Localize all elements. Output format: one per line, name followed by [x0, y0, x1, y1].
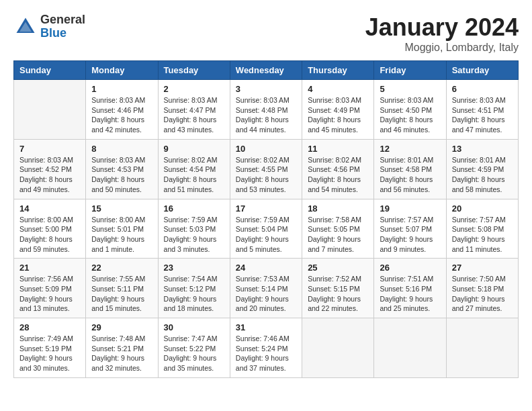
day-info: Sunrise: 7:52 AMSunset: 5:15 PMDaylight:… [308, 274, 368, 314]
week-row-3: 14Sunrise: 8:00 AMSunset: 5:00 PMDayligh… [14, 199, 519, 259]
calendar-cell: 11Sunrise: 8:02 AMSunset: 4:56 PMDayligh… [302, 139, 374, 199]
calendar-cell [302, 318, 374, 378]
day-info: Sunrise: 7:48 AMSunset: 5:21 PMDaylight:… [91, 334, 152, 373]
calendar-cell: 19Sunrise: 7:57 AMSunset: 5:07 PMDayligh… [374, 199, 446, 259]
day-info: Sunrise: 8:02 AMSunset: 4:55 PMDaylight:… [236, 155, 296, 195]
location: Moggio, Lombardy, Italy [365, 42, 519, 54]
logo-text: General Blue [40, 13, 85, 40]
day-info: Sunrise: 7:56 AMSunset: 5:09 PMDaylight:… [19, 274, 80, 314]
day-info: Sunrise: 7:46 AMSunset: 5:24 PMDaylight:… [236, 334, 296, 373]
weekday-header-friday: Friday [374, 61, 446, 80]
day-number: 6 [452, 84, 513, 94]
calendar-cell [374, 318, 446, 378]
calendar-cell: 25Sunrise: 7:52 AMSunset: 5:15 PMDayligh… [302, 259, 374, 318]
day-info: Sunrise: 8:03 AMSunset: 4:48 PMDaylight:… [236, 95, 296, 135]
calendar-cell: 3Sunrise: 8:03 AMSunset: 4:48 PMDaylight… [230, 80, 302, 140]
calendar-cell: 17Sunrise: 7:59 AMSunset: 5:04 PMDayligh… [230, 199, 302, 259]
logo-general-text: General [40, 13, 85, 27]
page-header: General Blue January 2024 Moggio, Lombar… [13, 13, 519, 54]
day-number: 1 [91, 84, 152, 94]
day-number: 24 [236, 263, 296, 273]
calendar-cell: 13Sunrise: 8:01 AMSunset: 4:59 PMDayligh… [446, 139, 518, 199]
calendar-cell: 8Sunrise: 8:03 AMSunset: 4:53 PMDaylight… [86, 139, 158, 199]
day-number: 16 [164, 203, 224, 214]
day-info: Sunrise: 7:59 AMSunset: 5:03 PMDaylight:… [164, 215, 224, 255]
calendar-cell: 30Sunrise: 7:47 AMSunset: 5:22 PMDayligh… [158, 318, 230, 378]
calendar-cell: 1Sunrise: 8:03 AMSunset: 4:46 PMDaylight… [86, 80, 158, 140]
calendar-cell: 28Sunrise: 7:49 AMSunset: 5:19 PMDayligh… [14, 318, 86, 378]
logo-icon [13, 15, 38, 39]
week-row-5: 28Sunrise: 7:49 AMSunset: 5:19 PMDayligh… [14, 318, 519, 378]
calendar-cell: 5Sunrise: 8:03 AMSunset: 4:50 PMDaylight… [374, 80, 446, 140]
day-number: 30 [164, 322, 224, 332]
calendar-cell: 31Sunrise: 7:46 AMSunset: 5:24 PMDayligh… [230, 318, 302, 378]
week-row-2: 7Sunrise: 8:03 AMSunset: 4:52 PMDaylight… [14, 139, 519, 199]
weekday-header-wednesday: Wednesday [230, 61, 302, 80]
day-info: Sunrise: 7:55 AMSunset: 5:11 PMDaylight:… [91, 274, 152, 314]
day-info: Sunrise: 7:58 AMSunset: 5:05 PMDaylight:… [308, 215, 368, 255]
day-number: 7 [19, 144, 80, 154]
calendar-cell: 12Sunrise: 8:01 AMSunset: 4:58 PMDayligh… [374, 139, 446, 199]
calendar-cell: 18Sunrise: 7:58 AMSunset: 5:05 PMDayligh… [302, 199, 374, 259]
weekday-header-tuesday: Tuesday [158, 61, 230, 80]
day-info: Sunrise: 8:03 AMSunset: 4:51 PMDaylight:… [452, 95, 513, 135]
calendar-cell: 6Sunrise: 8:03 AMSunset: 4:51 PMDaylight… [446, 80, 518, 140]
calendar-cell: 9Sunrise: 8:02 AMSunset: 4:54 PMDaylight… [158, 139, 230, 199]
day-info: Sunrise: 7:54 AMSunset: 5:12 PMDaylight:… [164, 274, 224, 314]
day-number: 13 [452, 144, 513, 154]
day-number: 21 [19, 263, 80, 273]
month-title: January 2024 [365, 13, 519, 42]
day-info: Sunrise: 8:03 AMSunset: 4:49 PMDaylight:… [308, 95, 368, 135]
day-info: Sunrise: 8:02 AMSunset: 4:56 PMDaylight:… [308, 155, 368, 195]
day-number: 18 [308, 203, 368, 214]
calendar-header: SundayMondayTuesdayWednesdayThursdayFrid… [14, 61, 519, 80]
calendar-body: 1Sunrise: 8:03 AMSunset: 4:46 PMDaylight… [14, 80, 519, 378]
day-number: 22 [91, 263, 152, 273]
day-info: Sunrise: 8:02 AMSunset: 4:54 PMDaylight:… [164, 155, 224, 195]
day-number: 28 [19, 322, 80, 332]
day-number: 27 [452, 263, 513, 273]
day-info: Sunrise: 7:50 AMSunset: 5:18 PMDaylight:… [452, 274, 513, 314]
weekday-header-saturday: Saturday [446, 61, 518, 80]
day-info: Sunrise: 7:49 AMSunset: 5:19 PMDaylight:… [19, 334, 80, 373]
calendar-table: SundayMondayTuesdayWednesdayThursdayFrid… [13, 60, 519, 378]
day-number: 29 [91, 322, 152, 332]
calendar-cell: 15Sunrise: 8:00 AMSunset: 5:01 PMDayligh… [86, 199, 158, 259]
day-info: Sunrise: 8:03 AMSunset: 4:53 PMDaylight:… [91, 155, 152, 195]
day-number: 9 [164, 144, 224, 154]
day-number: 3 [236, 84, 296, 94]
day-info: Sunrise: 8:03 AMSunset: 4:46 PMDaylight:… [91, 95, 152, 135]
day-number: 25 [308, 263, 368, 273]
day-info: Sunrise: 8:01 AMSunset: 4:59 PMDaylight:… [452, 155, 513, 195]
day-info: Sunrise: 8:01 AMSunset: 4:58 PMDaylight:… [380, 155, 440, 195]
day-number: 23 [164, 263, 224, 273]
calendar-cell: 4Sunrise: 8:03 AMSunset: 4:49 PMDaylight… [302, 80, 374, 140]
logo-blue-text: Blue [40, 27, 85, 40]
calendar-cell: 27Sunrise: 7:50 AMSunset: 5:18 PMDayligh… [446, 259, 518, 318]
logo: General Blue [13, 13, 85, 40]
day-info: Sunrise: 7:47 AMSunset: 5:22 PMDaylight:… [164, 334, 224, 373]
calendar-cell: 2Sunrise: 8:03 AMSunset: 4:47 PMDaylight… [158, 80, 230, 140]
day-info: Sunrise: 7:57 AMSunset: 5:07 PMDaylight:… [380, 215, 440, 255]
weekday-header-sunday: Sunday [14, 61, 86, 80]
calendar-cell: 29Sunrise: 7:48 AMSunset: 5:21 PMDayligh… [86, 318, 158, 378]
day-info: Sunrise: 7:53 AMSunset: 5:14 PMDaylight:… [236, 274, 296, 314]
day-number: 20 [452, 203, 513, 214]
day-info: Sunrise: 7:59 AMSunset: 5:04 PMDaylight:… [236, 215, 296, 255]
day-number: 4 [308, 84, 368, 94]
calendar-cell: 16Sunrise: 7:59 AMSunset: 5:03 PMDayligh… [158, 199, 230, 259]
day-info: Sunrise: 8:03 AMSunset: 4:50 PMDaylight:… [380, 95, 440, 135]
day-number: 17 [236, 203, 296, 214]
calendar-cell: 7Sunrise: 8:03 AMSunset: 4:52 PMDaylight… [14, 139, 86, 199]
day-info: Sunrise: 8:03 AMSunset: 4:52 PMDaylight:… [19, 155, 80, 195]
calendar-cell: 20Sunrise: 7:57 AMSunset: 5:08 PMDayligh… [446, 199, 518, 259]
weekday-header-row: SundayMondayTuesdayWednesdayThursdayFrid… [14, 61, 519, 80]
week-row-4: 21Sunrise: 7:56 AMSunset: 5:09 PMDayligh… [14, 259, 519, 318]
day-number: 11 [308, 144, 368, 154]
day-number: 5 [380, 84, 440, 94]
week-row-1: 1Sunrise: 8:03 AMSunset: 4:46 PMDaylight… [14, 80, 519, 140]
day-number: 14 [19, 203, 80, 214]
title-block: January 2024 Moggio, Lombardy, Italy [365, 13, 519, 54]
calendar-cell: 14Sunrise: 8:00 AMSunset: 5:00 PMDayligh… [14, 199, 86, 259]
day-number: 10 [236, 144, 296, 154]
